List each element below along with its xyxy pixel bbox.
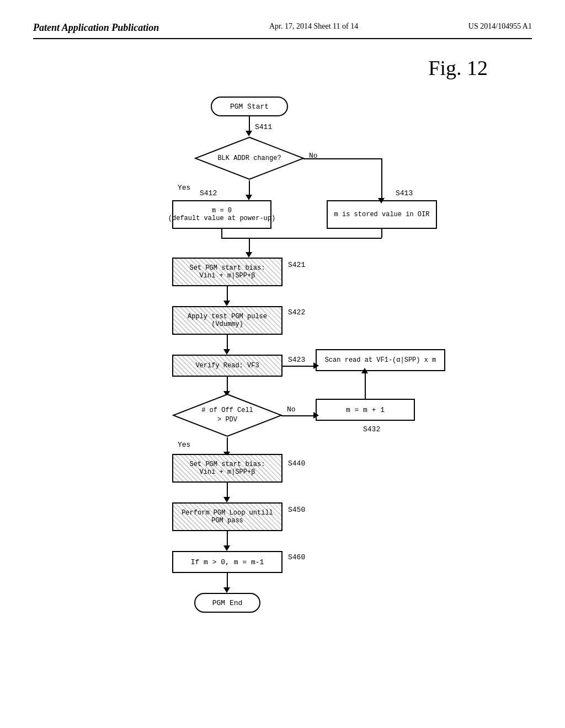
scan-read-node: Scan read at VF1-(α|SPP) x m [316,349,445,371]
apply-test-node: Apply test PGM pulse (Vdummy) [172,306,282,335]
s411-label: S411 [255,123,272,131]
m-zero-node: m = 0 (default value at power-up) [172,200,271,229]
header: Patent Application Publication Apr. 17, … [33,22,532,39]
s412-label: S412 [200,189,217,197]
header-date-sheet: Apr. 17, 2014 Sheet 11 of 14 [269,22,358,31]
s421-label: S421 [288,261,305,269]
off-cell-diamond: # of Off Cell> PDV [172,393,282,437]
flowchart-diagram: PGM Start S411 BLK ADDR change? Yes No S… [84,97,481,676]
perform-pgm-node: Perform PGM Loop untill PGM pass [172,502,282,531]
m-stored-node: m is stored value in OIR [327,200,437,229]
pgm-end-node: PGM End [194,593,260,613]
if-m-node: If m > 0, m = m-1 [172,551,282,573]
blk-addr-diamond: BLK ADDR change? [194,136,305,180]
pgm-start-node: PGM Start [211,97,288,116]
s460-label: S460 [288,553,305,561]
yes-411: Yes [178,184,190,192]
header-title: Patent Application Publication [33,22,159,34]
set-pgm-start-node: Set PGM start bias: Vini + m|SPP+β [172,258,282,286]
page: Patent Application Publication Apr. 17, … [0,0,565,728]
s423-label: S423 [288,356,305,364]
verify-read-node: Verify Read: VF3 [172,355,282,377]
s422-label: S422 [288,308,305,317]
s432-label: S432 [363,425,380,433]
s450-label: S450 [288,506,305,514]
s413-label: S413 [396,189,413,197]
header-patent-number: US 2014/104955 A1 [468,22,532,31]
yes-431: Yes [178,441,190,449]
no-431: No [287,405,296,414]
s440-label: S440 [288,459,305,468]
figure-title: Fig. 12 [33,56,532,80]
m-plus1-node: m = m + 1 [316,399,415,421]
set-pgm-start2-node: Set PGM start bias: Vini + m|SPP+β [172,454,282,483]
